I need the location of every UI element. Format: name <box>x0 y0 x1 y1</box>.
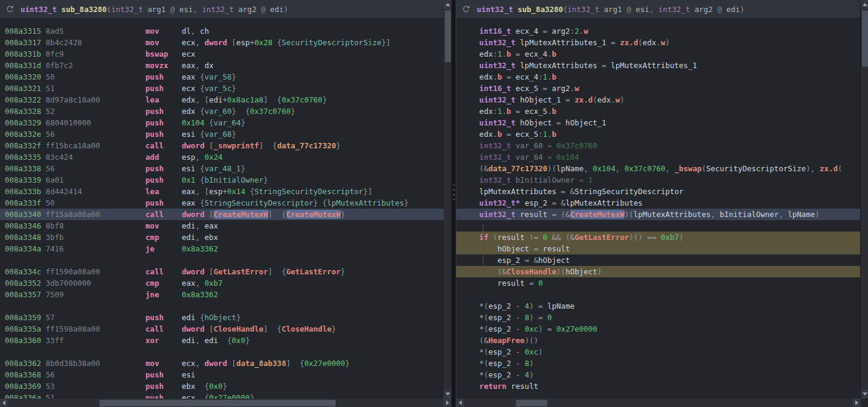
code-line[interactable]: return result <box>456 380 860 392</box>
scroll-right-button[interactable] <box>853 399 861 407</box>
code-line[interactable]: 008a332e 56 push esi {var_68} <box>0 128 444 140</box>
code-line[interactable]: *(esp_2 - 8) <box>456 358 860 369</box>
token <box>599 5 604 14</box>
token: ecx <box>182 38 196 47</box>
code-line[interactable]: 008a3362 8b0d38b38a00 mov ecx, dword [da… <box>0 358 444 369</box>
code-line[interactable]: uint32_t lpMutexAttributes_1 = zx.d(edx.… <box>456 37 860 48</box>
scroll-left-button[interactable] <box>0 399 8 407</box>
code-line[interactable]: 008a336a 51 push ecx {0x27e0000} <box>0 392 444 399</box>
code-line[interactable]: 008a335a ff1598a08a00 call dword [CloseH… <box>0 323 444 335</box>
code-line[interactable]: 008a3359 57 push edi {hObject} <box>0 312 444 323</box>
code-line[interactable]: uint32_t hObject_1 = zx.d(edx.w) <box>456 94 860 106</box>
token: lpMutexAttributes <box>327 198 404 207</box>
code-line[interactable]: int16_t ecx_4 = arg2:2.w <box>456 25 860 37</box>
code-line[interactable]: 008a334a 7416 je 0x8a3362 <box>0 243 444 254</box>
code-line[interactable]: 008a3328 52 push edx {var_60} {0x37c0760… <box>0 106 444 117</box>
analysis-refresh-icon[interactable] <box>5 5 14 14</box>
code-line[interactable]: lpMutexAttributes = &StringSecurityDescr… <box>456 186 860 197</box>
code-line[interactable]: uint32_t* esp_2 = &lpMutexAttributes <box>456 197 860 209</box>
token: ( <box>593 95 597 104</box>
code-line[interactable]: 008a3348 3bfb cmp edi, ebx <box>0 232 444 243</box>
code-line[interactable]: *(esp_2 - 8) = 0 <box>456 312 860 323</box>
code-line[interactable]: edx:1.b = ecx_4.b <box>456 48 860 60</box>
code-line[interactable]: 008a334c ff1590a08a00 call dword [GetLas… <box>0 266 444 277</box>
code-line[interactable]: 008a3360 33ff xor edi, edi {0x0} <box>0 335 444 346</box>
code-line[interactable]: 008a3321 51 push ecx {var_5c} <box>0 83 444 94</box>
code-line[interactable] <box>0 300 444 312</box>
code-line[interactable]: (&data_77c17320)(lpName, 0x104, 0x37c076… <box>456 163 860 174</box>
hscroll-thumb[interactable] <box>516 400 547 406</box>
code-line[interactable]: *(esp_2 - 0xc) = 0x27e0000 <box>456 323 860 335</box>
token <box>163 210 181 219</box>
disassembly-vscrollbar[interactable] <box>444 0 451 399</box>
token: 008a331b <box>5 49 41 58</box>
analysis-refresh-icon[interactable] <box>462 5 471 14</box>
code-line[interactable]: *(esp_2 - 0xc) <box>456 346 860 358</box>
code-line[interactable]: hObject = result <box>456 243 860 254</box>
code-line[interactable]: int32_t var_60 = 0x37c0760 <box>456 140 860 151</box>
token: GetLastError <box>213 267 268 276</box>
scroll-right-button[interactable] <box>444 399 451 407</box>
code-line[interactable]: 008a331b 0fc9 bswap ecx <box>0 48 444 60</box>
token: 008a334a <box>5 244 41 253</box>
scroll-up-button[interactable] <box>861 0 868 9</box>
code-line[interactable]: 008a3335 83c424 add esp, 0x24 <box>0 151 444 163</box>
token: ] { <box>268 210 286 219</box>
code-line[interactable]: 008a333b 8d442414 lea eax, [esp+0x14 {St… <box>0 186 444 197</box>
code-line[interactable]: edx:1.b = ecx_5.b <box>456 106 860 117</box>
code-line[interactable]: *(esp_2 - 4) <box>456 369 860 380</box>
code-line[interactable]: uint32_t result = (&CreateMutexW)(lpMute… <box>456 209 860 220</box>
decompiler-hscrollbar[interactable] <box>456 399 861 407</box>
code-line[interactable]: 008a3322 8d97a8c18a00 lea edx, [edi+0x8a… <box>0 94 444 106</box>
vscroll-thumb[interactable] <box>862 10 868 67</box>
hscroll-thumb[interactable] <box>99 400 336 406</box>
scroll-up-button[interactable] <box>444 0 451 9</box>
token: 0x0 <box>231 336 245 345</box>
code-line[interactable]: 008a333f 50 push eax {StringSecurityDesc… <box>0 197 444 209</box>
scroll-left-button[interactable] <box>456 399 464 407</box>
token: esi <box>182 164 196 173</box>
code-line[interactable]: edx.b = ecx_4:1.b <box>456 71 860 83</box>
code-line[interactable]: edx.b = ecx_5:1.b <box>456 128 860 140</box>
code-line[interactable] <box>0 346 444 358</box>
disassembly-hscrollbar[interactable] <box>0 399 451 407</box>
code-line[interactable]: esp_2 = &hObject <box>456 254 860 266</box>
token: push <box>145 107 163 116</box>
code-line[interactable]: 008a3346 8bf8 mov edi, eax <box>0 220 444 232</box>
code-line[interactable]: uint32_t lpMutexAttributes = lpMutexAttr… <box>456 60 860 71</box>
code-line[interactable]: int32_t var_64 = 0x104 <box>456 151 860 163</box>
token: 8d442414 <box>46 187 146 196</box>
code-line[interactable] <box>456 220 860 232</box>
code-line[interactable]: 008a3315 8ad5 mov dl, ch <box>0 25 444 37</box>
code-line[interactable]: 008a3368 56 push esi <box>0 369 444 380</box>
token <box>41 187 46 196</box>
code-line[interactable]: int16_t ecx_5 = arg2.w <box>456 83 860 94</box>
code-line[interactable]: 008a3340 ff15a8a08a00 call dword [Create… <box>0 209 444 220</box>
code-line[interactable]: 008a332f ff15bca18a00 call dword [_snwpr… <box>0 140 444 151</box>
code-line[interactable]: 008a3369 53 push ebx {0x0} <box>0 380 444 392</box>
vscroll-thumb[interactable] <box>445 10 451 62</box>
code-line[interactable]: 008a3339 6a01 push 0x1 {bInitialOwner} <box>0 174 444 186</box>
token: != <box>524 233 542 242</box>
code-line[interactable]: 008a3352 3db7000000 cmp eax, 0xb7 <box>0 277 444 289</box>
code-line[interactable]: uint32_t hObject = hObject_1 <box>456 117 860 128</box>
code-line[interactable]: 008a3338 56 push esi {var_48_1} <box>0 163 444 174</box>
code-line[interactable]: int32_t bInitialOwner = 1 <box>456 174 860 186</box>
code-line[interactable] <box>0 254 444 266</box>
code-line[interactable]: result = 0 <box>456 277 860 289</box>
scroll-down-button[interactable] <box>861 390 868 399</box>
code-line[interactable]: (&HeapFree)() <box>456 335 860 346</box>
token: & <box>561 198 566 207</box>
code-line[interactable]: 008a3329 6804010000 push 0x104 {var_64} <box>0 117 444 128</box>
code-line[interactable] <box>456 289 860 300</box>
code-line[interactable]: 008a3357 7509 jne 0x8a3362 <box>0 289 444 300</box>
code-line[interactable]: 008a331d 0fb7c2 movzx eax, dx <box>0 60 444 71</box>
code-line[interactable]: if (result != 0 && (&GetLastError)() == … <box>456 232 860 243</box>
code-line[interactable]: 008a3317 8b4c2428 mov ecx, dword [esp+0x… <box>0 37 444 48</box>
code-line[interactable]: (&CloseHandle)(hObject) <box>456 266 860 277</box>
code-line[interactable]: 008a3320 50 push eax {var_58} <box>0 71 444 83</box>
scroll-down-button[interactable] <box>444 390 451 399</box>
code-line[interactable]: *(esp_2 - 4) = lpName <box>456 300 860 312</box>
decompiler-vscrollbar[interactable] <box>861 0 868 399</box>
pane-splitter[interactable] <box>451 0 456 407</box>
